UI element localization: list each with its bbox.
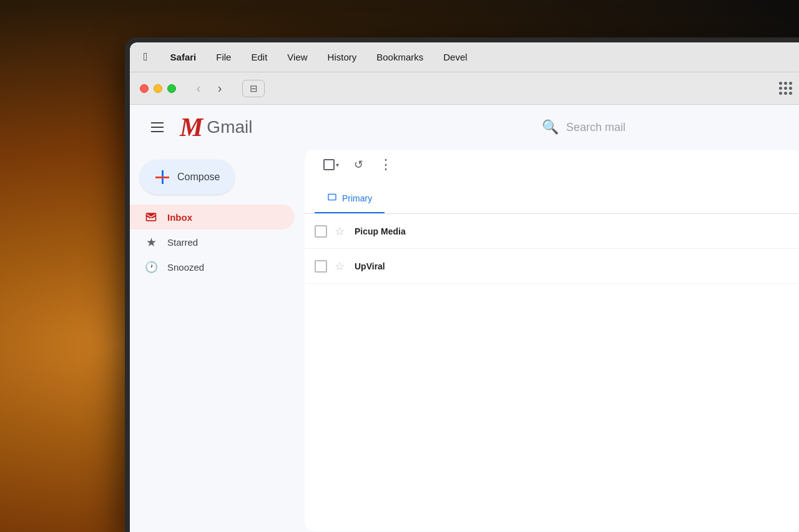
sidebar-item-inbox[interactable]: Inbox <box>130 205 295 230</box>
email-tabs: Primary <box>305 180 799 214</box>
gmail-main: Compose Inbox ★ Starred <box>130 150 799 532</box>
email-star-1[interactable]: ☆ <box>335 225 347 238</box>
sidebar-toggle-button[interactable]: ⊟ <box>242 80 265 97</box>
menu-button[interactable] <box>145 115 170 140</box>
gmail-m-letter: M <box>180 112 203 142</box>
window-chrome: ‹ › ⊟ <box>130 72 799 105</box>
star-icon: ★ <box>145 235 157 249</box>
menubar-safari[interactable]: Safari <box>167 49 200 65</box>
grid-button[interactable] <box>774 80 797 97</box>
apple-menu-icon[interactable]:  <box>140 48 152 66</box>
select-all-button[interactable]: ▾ <box>320 153 342 176</box>
nav-buttons: ‹ › <box>189 80 230 97</box>
compose-plus-icon <box>155 170 170 185</box>
inbox-icon <box>145 211 157 223</box>
gmail-logo: M Gmail <box>180 112 252 142</box>
email-star-2[interactable]: ☆ <box>335 259 347 273</box>
forward-icon: › <box>218 81 222 95</box>
forward-button[interactable]: › <box>210 80 230 97</box>
sidebar-icon: ⊟ <box>250 83 258 94</box>
select-checkbox <box>323 159 335 170</box>
hamburger-line-1 <box>151 122 164 123</box>
minimize-button[interactable] <box>154 84 162 93</box>
search-bar[interactable]: 🔍 Search mail <box>542 119 792 135</box>
email-row[interactable]: ☆ Picup Media <box>305 214 799 249</box>
menubar-develop[interactable]: Devel <box>439 49 471 65</box>
snoozed-label: Snoozed <box>167 262 204 273</box>
back-icon: ‹ <box>197 81 201 95</box>
tab-primary[interactable]: Primary <box>315 185 385 213</box>
hamburger-line-3 <box>151 131 164 132</box>
compose-button[interactable]: Compose <box>140 160 235 195</box>
gmail-wordmark: Gmail <box>207 117 252 137</box>
search-placeholder-text: Search mail <box>566 121 625 134</box>
menubar-file[interactable]: File <box>212 49 235 65</box>
clock-icon: 🕐 <box>145 261 157 274</box>
menubar-history[interactable]: History <box>324 49 361 65</box>
more-dots-icon: ⋮ <box>379 157 393 173</box>
menubar-edit[interactable]: Edit <box>247 49 271 65</box>
compose-label: Compose <box>177 172 220 183</box>
gmail-sidebar: Compose Inbox ★ Starred <box>130 150 305 532</box>
sidebar-item-starred[interactable]: ★ Starred <box>130 230 295 254</box>
grid-icon <box>779 82 792 95</box>
select-dropdown-arrow: ▾ <box>336 162 339 168</box>
menubar-view[interactable]: View <box>283 49 311 65</box>
traffic-lights <box>140 84 176 93</box>
email-sender-2: UpViral <box>355 261 442 271</box>
menubar:  Safari File Edit View History Bookmark… <box>130 42 799 72</box>
email-toolbar: ▾ ↻ ⋮ <box>305 150 799 180</box>
laptop-bezel:  Safari File Edit View History Bookmark… <box>130 42 799 532</box>
email-list-area: ▾ ↻ ⋮ <box>305 150 799 531</box>
screen:  Safari File Edit View History Bookmark… <box>130 42 799 532</box>
gmail-header: M Gmail 🔍 Search mail <box>130 105 799 150</box>
more-options-button[interactable]: ⋮ <box>375 153 397 176</box>
starred-label: Starred <box>167 237 198 248</box>
email-sender-1: Picup Media <box>355 226 442 236</box>
primary-tab-icon <box>327 192 337 205</box>
hamburger-line-2 <box>151 127 164 128</box>
maximize-button[interactable] <box>167 84 176 93</box>
email-row-2[interactable]: ☆ UpViral <box>305 249 799 284</box>
email-checkbox-2[interactable] <box>315 260 327 273</box>
close-button[interactable] <box>140 84 149 93</box>
primary-tab-label: Primary <box>342 193 372 203</box>
menubar-bookmarks[interactable]: Bookmarks <box>373 49 427 65</box>
search-icon: 🔍 <box>542 119 559 135</box>
refresh-button[interactable]: ↻ <box>347 153 370 176</box>
laptop-frame:  Safari File Edit View History Bookmark… <box>125 37 799 532</box>
gmail-app: M Gmail 🔍 Search mail <box>130 105 799 532</box>
sidebar-item-snoozed[interactable]: 🕐 Snoozed <box>130 254 295 279</box>
email-checkbox-1[interactable] <box>315 225 327 238</box>
inbox-label: Inbox <box>167 212 192 223</box>
refresh-icon: ↻ <box>354 158 363 172</box>
back-button[interactable]: ‹ <box>189 80 208 97</box>
